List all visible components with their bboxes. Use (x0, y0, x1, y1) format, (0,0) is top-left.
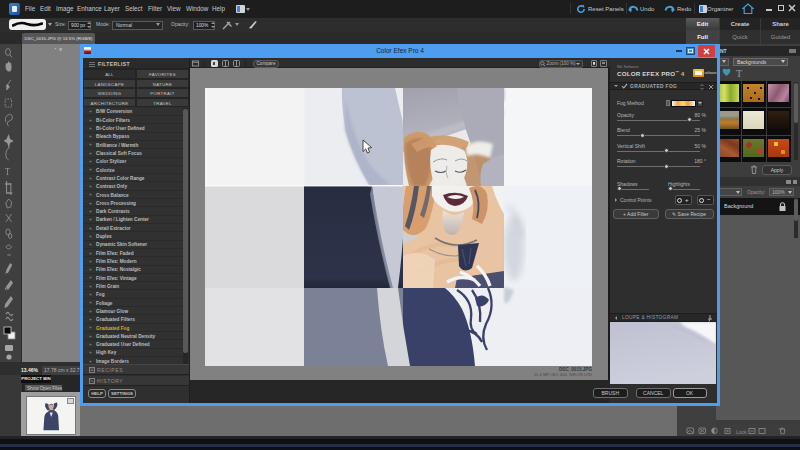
svg-text:Lock:: Lock: (736, 429, 748, 435)
svg-text:T: T (5, 165, 10, 178)
svg-text:T: T (736, 68, 742, 79)
